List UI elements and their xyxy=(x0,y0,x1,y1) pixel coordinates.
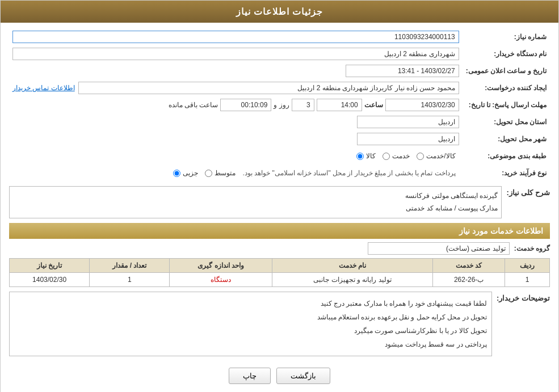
ostan-label: استان محل تحویل: xyxy=(463,113,550,130)
ijad-label: ایجاد کننده درخواست: xyxy=(463,79,550,96)
roz-label: روز و xyxy=(274,101,289,109)
gerooh-value: تولید صنعتی (ساخت) xyxy=(368,242,510,255)
shomara-niaz-label: شماره نیاز: xyxy=(463,28,550,45)
services-table: ردیف کد خدمت نام خدمت واحد اندازه گیری ت… xyxy=(9,258,550,287)
radio-kala[interactable]: کالا xyxy=(356,152,376,160)
cell-tedad: 1 xyxy=(90,273,170,287)
tawzih-line3: تحویل کالا در یا با نظرکارشناسی صورت میگ… xyxy=(14,324,487,338)
th-tarikh: تاریخ نیاز xyxy=(10,259,90,273)
nam-dastgah-value: شهرداری منطقه 2 اردبیل xyxy=(12,48,459,60)
back-button[interactable]: بازگشت xyxy=(276,368,330,384)
sharh-niaz-box: گیرنده ایستگاهی مولتی فرکانسه مدارک پیوس… xyxy=(9,186,502,218)
cell-vahed: دستگاه xyxy=(170,273,272,287)
cell-kod: ب-26-262 xyxy=(433,273,505,287)
cell-tarikh: 1403/02/30 xyxy=(10,273,90,287)
saat-label: ساعت xyxy=(364,101,383,109)
radio-kala-khadamat[interactable]: کالا/خدمت xyxy=(417,152,455,160)
radio-khadamat[interactable]: خدمت xyxy=(383,152,410,160)
radio-motavasset-input[interactable] xyxy=(205,170,212,177)
th-tedad: تعداد / مقدار xyxy=(90,259,170,273)
shomara-niaz-value: 1103093234000113 xyxy=(12,31,459,43)
buttons-row: بازگشت چاپ xyxy=(9,361,550,391)
tawzih-label: توضیحات خریدار: xyxy=(497,292,550,302)
table-row: 1 ب-26-262 تولید رایانه و تجهیزات جانبی … xyxy=(10,273,550,287)
tarikh-label: تاریخ و ساعت اعلان عمومی: xyxy=(463,62,550,79)
mohlat-roz-value: 3 xyxy=(292,99,314,111)
shahr-value: اردبیل xyxy=(357,133,459,145)
no-farayand-note: پرداخت تمام یا بخشی از مبلغ خریدار از مح… xyxy=(242,169,455,177)
baqi-label: ساعت باقی مانده xyxy=(169,101,218,109)
radio-jozvi[interactable]: جزیی xyxy=(173,169,198,177)
radio-motavasset[interactable]: متوسط xyxy=(205,169,236,177)
tarikh-value: 1403/02/27 - 13:41 xyxy=(346,65,459,77)
mohlat-saat-value: 14:00 xyxy=(317,99,362,111)
radio-khadamat-input[interactable] xyxy=(383,153,390,160)
radio-kala-khadamat-input[interactable] xyxy=(417,153,424,160)
tawzih-line2: تحویل در محل کرایه حمل و نقل برعهده برند… xyxy=(14,310,487,324)
tawzih-box: لطفا قیمت پیشنهادی خود را همراه با مدارک… xyxy=(9,292,492,356)
print-button[interactable]: چاپ xyxy=(229,368,271,384)
sharh-niaz-label: شرح کلی نیاز: xyxy=(506,186,550,197)
th-vahed: واحد اندازه گیری xyxy=(170,259,272,273)
tabaqe-label: طبقه بندی موضوعی: xyxy=(463,147,550,165)
sharh-niaz-line2: مدارک پیوست / مشابه کد خدمتی xyxy=(13,203,498,215)
ostan-value: اردبیل xyxy=(357,116,459,128)
gerooh-label: گروه خدمت: xyxy=(514,245,550,252)
page-title: جزئیات اطلاعات نیاز xyxy=(1,1,558,23)
th-kod: کد خدمت xyxy=(433,259,505,273)
khadamat-section-header: اطلاعات خدمات مورد نیاز xyxy=(9,223,550,239)
mohlat-label: مهلت ارسال پاسخ: تا تاریخ: xyxy=(463,96,550,113)
ittilaat-link[interactable]: اطلاعات تماس خریدار xyxy=(12,84,75,92)
th-radif: ردیف xyxy=(505,259,550,273)
cell-nam: تولید رایانه و تجهیزات جانبی xyxy=(272,273,433,287)
no-farayand-label: نوع فرآیند خرید: xyxy=(463,165,550,182)
radio-jozvi-input[interactable] xyxy=(173,170,180,177)
shahr-label: شهر محل تحویل: xyxy=(463,130,550,147)
mohlat-baqi-value: 00:10:09 xyxy=(220,99,271,111)
mohlat-date: 1403/02/30 xyxy=(385,99,459,111)
tawzih-line4: پرداختی در سه قسط پرداخت میشود xyxy=(14,338,487,351)
cell-radif: 1 xyxy=(505,273,550,287)
radio-kala-input[interactable] xyxy=(356,153,364,160)
sharh-niaz-line1: گیرنده ایستگاهی مولتی فرکانسه xyxy=(13,190,498,203)
tawzih-line1: لطفا قیمت پیشنهادی خود را همراه با مدارک… xyxy=(14,297,487,310)
th-nam: نام خدمت xyxy=(272,259,433,273)
nam-dastgah-label: نام دستگاه خریدار: xyxy=(463,45,550,62)
ijad-value: محمود حسن زاده نیار کاربرداز شهرداری منط… xyxy=(78,82,459,94)
